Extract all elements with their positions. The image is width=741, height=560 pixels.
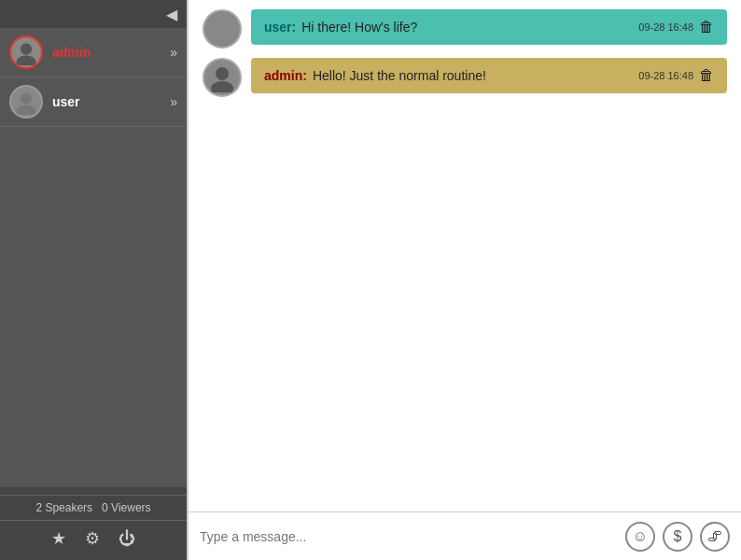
input-area: ☺ $ 🖇 xyxy=(189,511,741,560)
speakers-label: 2 Speakers xyxy=(35,501,92,514)
svg-point-5 xyxy=(211,33,233,44)
avatar-user xyxy=(9,85,43,119)
sidebar-footer: 2 Speakers 0 Viewers ★ ⚙ ⏻ xyxy=(0,487,187,560)
dollar-button[interactable]: $ xyxy=(663,522,692,552)
message-sender-1: user: xyxy=(264,20,296,35)
svg-point-7 xyxy=(211,81,233,92)
message-input[interactable] xyxy=(200,529,625,544)
svg-point-1 xyxy=(17,56,36,66)
viewers-label: 0 Viewers xyxy=(102,501,150,514)
settings-icon[interactable]: ⚙ xyxy=(85,528,100,549)
username-admin: admin xyxy=(52,45,170,60)
message-sender-2: admin: xyxy=(264,68,307,83)
message-time-2: 09-28 16:48 xyxy=(638,70,693,81)
delete-message-2-button[interactable]: 🗑 xyxy=(699,67,714,84)
message-text-2: Hello! Just the normal routine! xyxy=(313,68,638,83)
message-text-1: Hi there! How's life? xyxy=(301,20,638,35)
svg-point-3 xyxy=(17,105,36,116)
attach-icon: 🖇 xyxy=(707,528,722,545)
message-meta-2: 09-28 16:48 🗑 xyxy=(638,67,714,84)
sidebar: ◀ admin » user » xyxy=(0,0,187,560)
user-list: admin » user » xyxy=(0,28,187,487)
power-icon[interactable]: ⏻ xyxy=(119,529,135,549)
message-avatar-user xyxy=(203,9,242,49)
message-row: user: Hi there! How's life? 09-28 16:48 … xyxy=(203,9,727,49)
messages-area: user: Hi there! How's life? 09-28 16:48 … xyxy=(189,0,741,511)
message-bubble-1: user: Hi there! How's life? 09-28 16:48 … xyxy=(251,9,727,45)
chevron-right-icon-admin: » xyxy=(170,45,177,60)
speakers-info: 2 Speakers 0 Viewers xyxy=(0,495,187,521)
delete-message-1-button[interactable]: 🗑 xyxy=(699,19,714,35)
svg-point-2 xyxy=(21,92,32,104)
main-chat-area: user: Hi there! How's life? 09-28 16:48 … xyxy=(187,0,741,560)
sidebar-item-admin[interactable]: admin » xyxy=(0,28,187,77)
avatar-admin xyxy=(9,35,43,69)
emoji-icon: ☺ xyxy=(633,528,648,545)
username-user: user xyxy=(52,94,170,109)
message-bubble-2: admin: Hello! Just the normal routine! 0… xyxy=(251,58,727,93)
message-row: admin: Hello! Just the normal routine! 0… xyxy=(203,58,727,97)
emoji-button[interactable]: ☺ xyxy=(625,522,655,552)
dollar-icon: $ xyxy=(674,528,682,545)
sidebar-item-user[interactable]: user » xyxy=(0,77,187,127)
svg-point-6 xyxy=(216,67,229,80)
message-avatar-admin xyxy=(203,58,242,97)
footer-icons: ★ ⚙ ⏻ xyxy=(0,521,187,553)
message-time-1: 09-28 16:48 xyxy=(638,21,693,33)
attach-button[interactable]: 🖇 xyxy=(700,522,730,552)
svg-point-4 xyxy=(216,19,229,32)
input-icons: ☺ $ 🖇 xyxy=(625,522,730,552)
collapse-sidebar-button[interactable]: ◀ xyxy=(166,6,177,23)
chevron-right-icon-user: » xyxy=(170,94,177,109)
sidebar-header: ◀ xyxy=(0,0,187,28)
svg-point-0 xyxy=(21,43,32,54)
pin-icon[interactable]: ★ xyxy=(51,528,66,549)
message-meta-1: 09-28 16:48 🗑 xyxy=(638,19,714,35)
